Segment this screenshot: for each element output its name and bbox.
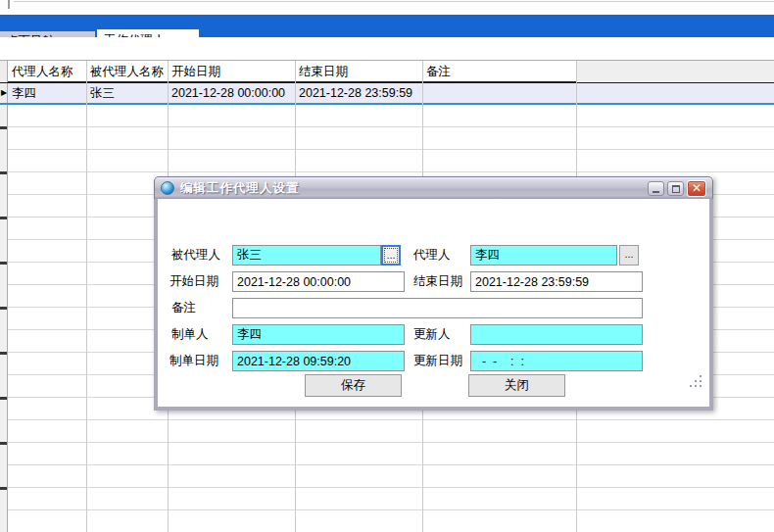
note-field[interactable]: [232, 298, 643, 318]
grid-header-filler: [576, 61, 774, 82]
dialog-titlebar[interactable]: 编辑工作代理人设置 ✕: [154, 176, 713, 199]
agent-label: 代理人: [413, 245, 451, 266]
grid-column-line: [86, 61, 87, 532]
cell-end-date[interactable]: 2021-12-28 23:59:59: [295, 83, 422, 103]
end-date-field[interactable]: [470, 271, 643, 292]
toolbar-strip: [0, 0, 774, 15]
agent-field[interactable]: [470, 245, 617, 266]
close-dialog-button[interactable]: 关闭: [468, 374, 565, 397]
column-header-start-date[interactable]: 开始日期: [168, 61, 295, 82]
note-label: 备注: [171, 298, 196, 318]
creator-label: 制单人: [171, 324, 209, 345]
cell-principal-name[interactable]: 张三: [86, 83, 168, 103]
creator-field[interactable]: [232, 324, 405, 345]
column-header-agent-name[interactable]: 代理人名称: [8, 61, 86, 82]
created-at-label: 制单日期: [169, 351, 218, 371]
updated-at-label: 更新日期: [413, 351, 462, 371]
globe-icon: [161, 181, 174, 195]
toolbar-grip: [8, 0, 10, 9]
dialog-title: 编辑工作代理人设置: [180, 177, 300, 200]
column-header-end-date[interactable]: 结束日期: [295, 61, 422, 82]
maximize-button[interactable]: [667, 181, 684, 196]
start-date-label: 开始日期: [169, 271, 218, 292]
edit-agent-dialog: 编辑工作代理人设置 ✕ 被代理人 ... 代理人 ... 开始日期 结束日期 备…: [154, 176, 713, 411]
cell-agent-name[interactable]: 李四: [8, 83, 86, 103]
updated-at-field[interactable]: [470, 351, 643, 371]
updater-field[interactable]: [470, 324, 643, 345]
agent-browse-button[interactable]: ...: [619, 245, 639, 266]
created-at-field[interactable]: [232, 351, 405, 371]
principal-field[interactable]: [232, 245, 381, 266]
column-header-principal-name[interactable]: 被代理人名称: [86, 61, 168, 82]
minimize-icon: [653, 191, 659, 193]
principal-label: 被代理人: [171, 245, 220, 266]
grid-selector-column: [0, 105, 8, 532]
tab-bar: 桌面导航 工作代理人 ×: [0, 15, 774, 37]
maximize-icon: [672, 185, 680, 193]
minimize-button[interactable]: [648, 181, 664, 196]
save-button[interactable]: 保存: [305, 374, 402, 397]
updater-label: 更新人: [413, 324, 451, 345]
close-button[interactable]: ✕: [687, 180, 706, 197]
column-header-note[interactable]: 备注: [422, 61, 576, 82]
end-date-label: 结束日期: [413, 271, 462, 292]
resize-grip[interactable]: [690, 375, 702, 387]
principal-browse-button[interactable]: ...: [381, 245, 401, 266]
grid-selector-header-cell: [0, 61, 8, 82]
cell-note[interactable]: [422, 83, 576, 103]
toolbar-divider: [14, 1, 774, 2]
current-row-marker-icon: ▶: [1, 87, 7, 99]
cell-start-date[interactable]: 2021-12-28 00:00:00: [168, 83, 295, 103]
start-date-field[interactable]: [232, 271, 405, 292]
